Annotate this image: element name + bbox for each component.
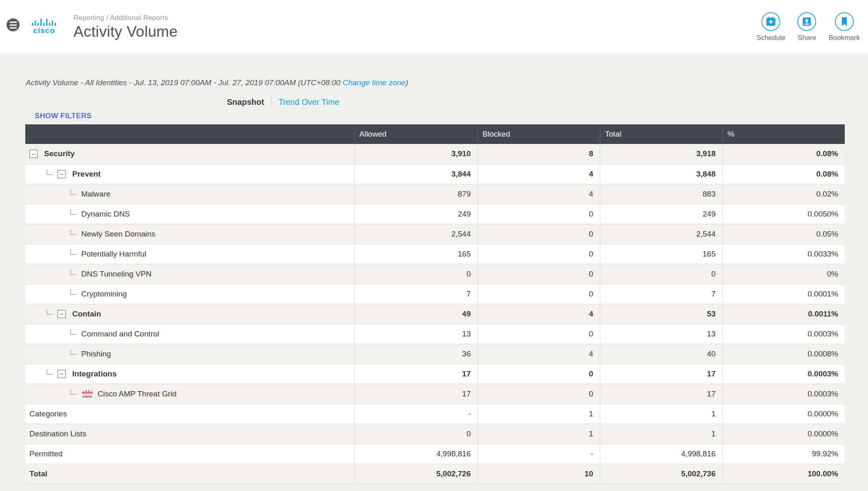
cell-percent: 0.0003% [722,364,845,384]
calendar-plus-icon [761,12,780,31]
cell-total: 4,998,816 [600,444,722,464]
cell-allowed: 249 [354,204,477,224]
cell-percent: 0.0033% [722,244,845,264]
report-actions: Schedule Share Bookmar [757,12,860,42]
tree-branch-icon [47,170,53,175]
svg-text:cisco: cisco [33,26,55,34]
schedule-button[interactable]: Schedule [757,12,786,42]
col-header-blocked[interactable]: Blocked [477,124,600,144]
cisco-amp-threat-grid-icon: cisco [81,390,93,398]
cell-blocked: 0 [477,224,600,244]
hamburger-menu-button[interactable] [7,18,20,31]
cell-allowed: 13 [354,324,477,344]
breadcrumb[interactable]: Reporting / Additional Reports [73,14,178,22]
cell-blocked: - [477,444,600,464]
cell-blocked: 8 [477,144,600,164]
share-button[interactable]: Share [797,12,816,42]
cell-total: 2,544 [600,224,722,244]
cell-blocked: 1 [477,404,600,424]
schedule-label: Schedule [757,34,786,42]
cell-total: 40 [600,344,722,364]
cell-total: 249 [600,204,722,224]
cell-total: 1 [600,424,722,444]
cell-allowed: 7 [354,284,477,304]
tree-branch-icon [70,270,76,275]
cell-blocked: 0 [477,204,600,224]
cell-blocked: 0 [477,264,600,284]
top-bar: cisco Reporting / Additional Reports Act… [0,0,868,54]
cell-percent: 0.0003% [722,324,845,344]
table-row: Categories - 1 1 0.0000% [25,404,845,424]
cell-blocked: 10 [477,464,600,484]
collapse-toggle-icon[interactable] [29,150,38,158]
cell-total: 3,918 [600,144,722,164]
table-row: Security 3,910 8 3,918 0.08% [25,144,845,164]
collapse-toggle-icon[interactable] [58,170,66,178]
cell-total: 883 [600,184,722,204]
row-label: DNS Tunneling VPN [81,270,151,279]
cell-percent: 100.00% [722,464,845,484]
cell-total: 13 [600,324,722,344]
cell-blocked: 0 [477,384,600,404]
row-label: Categories [29,409,67,418]
col-header-percent[interactable]: % [722,124,845,144]
cell-allowed: 5,002,726 [354,464,477,484]
tree-branch-icon [70,250,76,255]
cell-blocked: 4 [477,184,600,204]
table-row: Permitted 4,998,816 - 4,998,816 99.92% [25,444,845,464]
tab-trend-over-time[interactable]: Trend Over Time [278,97,339,107]
tree-branch-icon [70,190,76,195]
tree-branch-icon [47,369,53,375]
cell-allowed: 165 [354,244,477,264]
tree-branch-icon [47,310,53,315]
table-row: Contain 49 4 53 0.0011% [25,304,845,324]
table-row: Command and Control 13 0 13 0.0003% [25,324,845,344]
col-header-total[interactable]: Total [600,124,722,144]
table-row: Potentially Harmful 165 0 165 0.0033% [25,244,845,264]
row-label: Malware [81,190,111,199]
table-header-row: Allowed Blocked Total % [25,124,845,144]
change-timezone-link[interactable]: Change time zone [342,78,405,87]
table-row: Dynamic DNS 249 0 249 0.0050% [25,204,845,224]
cell-allowed: 2,544 [354,224,477,244]
tree-branch-icon [70,349,76,355]
svg-text:cisco: cisco [82,394,92,398]
table-row: Total 5,002,726 10 5,002,736 100.00% [25,464,845,484]
cell-total: 1 [600,404,722,424]
table-row: Phishing 36 4 40 0.0008% [25,344,845,364]
cell-percent: 0.0001% [722,284,845,304]
table-row: Integrations 17 0 17 0.0003% [25,364,845,384]
row-label: Security [44,149,75,158]
cell-percent: 0.0050% [722,204,845,224]
table-row: Malware 879 4 883 0.02% [25,184,845,204]
cell-total: 165 [600,244,722,264]
cell-percent: 0.02% [722,184,845,204]
cell-allowed: 17 [354,384,477,404]
collapse-toggle-icon[interactable] [58,370,66,378]
cell-percent: 0.0008% [722,344,845,364]
row-label: Cisco AMP Threat Grid [98,389,177,398]
report-table-body: Security 3,910 8 3,918 0.08% Prevent 3,8… [25,144,845,484]
cell-blocked: 0 [477,244,600,264]
cell-percent: 0.08% [722,144,845,164]
bookmark-button[interactable]: Bookmark [828,12,860,42]
collapse-toggle-icon[interactable] [58,310,66,318]
cell-blocked: 1 [477,424,600,444]
page-title: Activity Volume [73,23,178,40]
cell-blocked: 0 [477,284,600,304]
col-header-allowed[interactable]: Allowed [354,124,477,144]
cell-total: 53 [600,304,722,324]
show-filters-button[interactable]: SHOW FILTERS [35,112,91,120]
table-row: Prevent 3,844 4 3,848 0.08% [25,164,845,184]
cell-percent: 0.0003% [722,384,845,404]
activity-volume-page: cisco Reporting / Additional Reports Act… [0,0,868,491]
cell-allowed: 36 [354,344,477,364]
row-label: Prevent [72,170,101,179]
cell-total: 17 [600,364,722,384]
cell-total: 0 [600,264,722,284]
cell-allowed: 3,844 [354,164,477,184]
row-label: Destination Lists [29,429,86,438]
tab-snapshot[interactable]: Snapshot [227,97,264,107]
cell-blocked: 0 [477,364,600,384]
cell-total: 5,002,736 [600,464,722,484]
